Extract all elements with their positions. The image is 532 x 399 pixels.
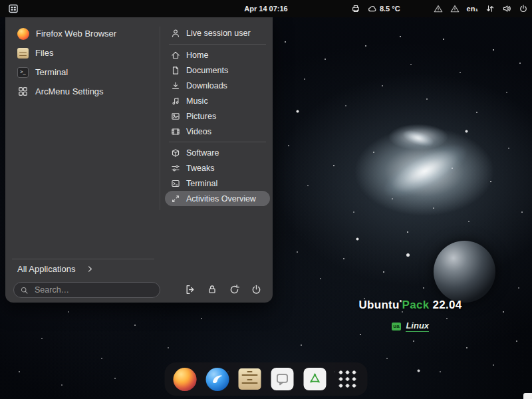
download-icon	[171, 81, 180, 90]
place-label: Videos	[186, 127, 211, 136]
menu-place-videos[interactable]: Videos	[165, 124, 270, 139]
place-label: Pictures	[186, 112, 216, 121]
keyboard-layout-indicator[interactable]: en₁	[467, 5, 478, 13]
user-label: Live session user	[186, 29, 251, 38]
user-row[interactable]: Live session user	[165, 25, 270, 41]
menu-shortcut-terminal[interactable]: Terminal	[165, 176, 270, 191]
warning-icon-1[interactable]	[434, 4, 443, 13]
chevron-right-icon	[86, 265, 94, 273]
arcmenu-icon	[8, 3, 19, 14]
logout-icon	[185, 284, 196, 295]
tweaks-icon	[171, 164, 180, 173]
arcmenu-settings-icon	[17, 86, 29, 97]
dock-firefox[interactable]	[172, 366, 198, 392]
cloud-icon	[368, 4, 377, 13]
power-icon[interactable]	[519, 4, 528, 13]
lock-icon	[207, 284, 217, 295]
search-bar	[13, 282, 160, 298]
menu-place-documents[interactable]: Documents	[165, 63, 270, 78]
chat-icon	[271, 368, 294, 390]
restart-button[interactable]	[228, 284, 240, 296]
menu-separator	[169, 44, 266, 45]
dock-software[interactable]	[302, 366, 329, 392]
power-button[interactable]	[250, 284, 262, 296]
brand-version: 22.04	[432, 299, 462, 311]
shortcut-label: Software	[186, 148, 219, 158]
topbar-indicators: 8.5 °C en₁	[351, 4, 528, 13]
search-icon	[20, 286, 29, 295]
thunderbird-icon	[205, 368, 229, 391]
menu-place-home[interactable]: Home	[165, 47, 270, 63]
recycle-icon	[308, 372, 323, 386]
place-label: Documents	[186, 66, 228, 75]
all-applications-button[interactable]: All Applications	[12, 261, 100, 277]
ualinux-logo: ua Linux	[344, 320, 477, 332]
menu-separator	[169, 142, 266, 142]
ualinux-text: Linux	[406, 321, 429, 332]
menu-place-pictures[interactable]: Pictures	[165, 108, 270, 124]
activities-icon	[171, 194, 180, 203]
menu-shortcut-tweaks[interactable]: Tweaks	[165, 160, 270, 176]
menu-app-label: Files	[35, 48, 53, 58]
menu-app-files[interactable]: Files	[12, 43, 156, 63]
software-center-icon	[304, 368, 327, 390]
search-input[interactable]	[33, 285, 154, 295]
ualinux-badge: ua	[392, 323, 401, 331]
menu-shortcut-activities-overview[interactable]: Activities Overview	[165, 191, 270, 206]
firefox-icon	[173, 368, 196, 391]
dock	[165, 362, 368, 396]
place-label: Home	[186, 51, 208, 60]
app-grid-icon	[338, 369, 358, 389]
document-icon	[171, 66, 180, 75]
menu-app-arcmenu-settings[interactable]: ArcMenu Settings	[12, 82, 156, 101]
weather-temp: 8.5 °C	[380, 5, 400, 13]
terminal-icon	[17, 67, 29, 78]
files-icon	[239, 368, 261, 390]
session-buttons	[184, 282, 262, 298]
bird-icon	[209, 371, 225, 387]
network-icon[interactable]	[485, 4, 495, 13]
printer-icon[interactable]	[351, 4, 360, 13]
dock-thunderbird[interactable]	[204, 366, 231, 392]
dock-messages[interactable]	[269, 366, 296, 392]
arcmenu-button[interactable]	[4, 1, 23, 17]
brand-name2: Pack	[402, 299, 430, 311]
files-icon	[17, 48, 29, 59]
menu-app-label: ArcMenu Settings	[35, 86, 104, 96]
all-applications-label: All Applications	[17, 264, 75, 274]
dock-files[interactable]	[237, 366, 263, 392]
volume-icon[interactable]	[502, 4, 511, 13]
arcmenu-panel: Firefox Web Browser Files Terminal ArcMe…	[5, 17, 273, 303]
shortcut-label: Tweaks	[186, 164, 214, 173]
top-bar: Apr 14 07:16 8.5 °C en₁	[0, 0, 532, 17]
desktop-screen: Ubuntu*Pack22.04 ua Linux Apr 14 07:16 8…	[0, 0, 532, 399]
pinned-apps-list: Firefox Web Browser Files Terminal ArcMe…	[12, 24, 156, 101]
clock[interactable]: Apr 14 07:16	[244, 0, 287, 17]
power-icon	[251, 284, 262, 295]
warning-icon-2[interactable]	[450, 4, 460, 13]
user-icon	[171, 29, 180, 38]
dock-show-apps[interactable]	[334, 366, 361, 392]
restart-icon	[229, 284, 240, 295]
speech-bubble-icon	[275, 372, 290, 386]
menu-app-terminal[interactable]: Terminal	[12, 63, 156, 82]
lock-button[interactable]	[206, 284, 218, 296]
shortcut-label: Terminal	[186, 179, 217, 188]
menu-app-firefox[interactable]: Firefox Web Browser	[12, 24, 156, 43]
logout-button[interactable]	[184, 284, 196, 296]
terminal-icon	[171, 179, 180, 188]
video-icon	[171, 127, 180, 136]
weather-indicator[interactable]: 8.5 °C	[368, 4, 400, 13]
menu-bottom-separator	[12, 259, 154, 259]
picture-icon	[171, 112, 180, 121]
bottom-right-panel	[523, 393, 532, 399]
firefox-icon	[17, 28, 29, 40]
menu-place-downloads[interactable]: Downloads	[165, 78, 270, 93]
menu-shortcuts-column: Live session user Home Documents Downloa…	[165, 25, 270, 206]
home-icon	[171, 51, 180, 60]
menu-shortcut-software[interactable]: Software	[165, 145, 270, 160]
menu-app-label: Firefox Web Browser	[36, 29, 116, 39]
menu-place-music[interactable]: Music	[165, 93, 270, 108]
brand-text: Ubuntu*Pack22.04	[344, 299, 477, 312]
software-icon	[171, 148, 180, 158]
